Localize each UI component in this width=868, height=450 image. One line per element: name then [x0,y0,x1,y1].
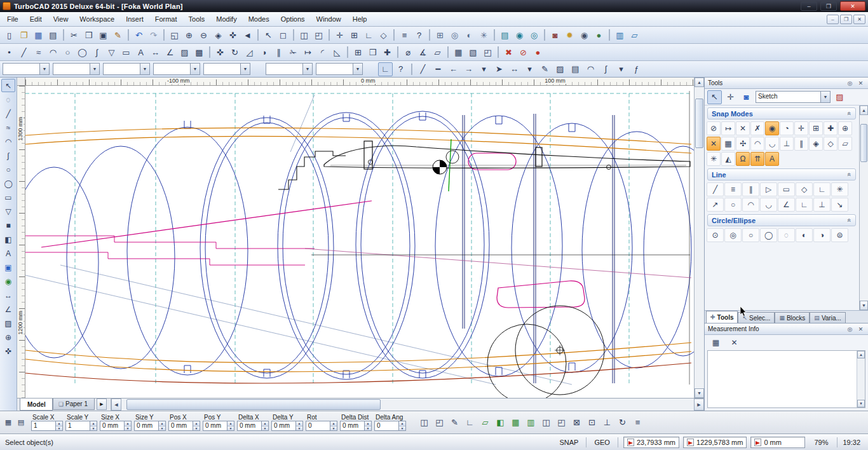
palette-tab-tools[interactable]: ✛Tools [706,311,738,323]
line-double-icon[interactable]: ∥ [742,182,759,196]
purge-icon[interactable]: ⊘ [516,45,531,59]
layer-combo[interactable]: ▼ [3,63,50,75]
circle-tangent-2-icon[interactable]: ◐ [796,228,813,242]
rectangle-icon[interactable]: ▭ [1,191,15,204]
spinner[interactable]: ▲▼ [55,421,62,430]
array-tool-icon[interactable]: ⊞ [351,45,365,59]
offset-tool-icon[interactable]: ∥ [271,45,286,59]
snap-perpendicular-icon[interactable]: ⊥ [780,137,794,151]
snap-quadrant-icon[interactable]: ◔ [780,121,794,135]
print-icon[interactable]: ▤ [46,28,60,42]
snap-center-icon[interactable]: ◉ [765,121,779,135]
create-block-icon[interactable]: ▧ [466,45,480,59]
fillet-tool-icon[interactable]: ◜ [315,45,330,59]
extend-tool-icon[interactable]: ↦ [301,45,315,59]
section-circle-ellipse[interactable]: Circle/Ellipse « [707,214,856,226]
scroll-down-icon[interactable]: ▼ [857,400,865,407]
lights-icon[interactable]: ✹ [562,28,577,42]
snap-parallel-icon[interactable]: ∥ [794,137,808,151]
polyline-tool-icon[interactable]: ≈ [31,45,46,59]
one-time-snap-icon[interactable]: Ω [736,152,750,166]
line-perp-point-icon[interactable]: ⊥ [813,198,831,212]
text-tool-icon[interactable]: A [133,45,148,59]
lock-icon[interactable]: ⊠ [569,416,584,430]
dropdown-arrow-icon[interactable]: ▾ [522,62,537,76]
doc-restore-button[interactable]: ❐ [840,15,852,24]
snap-temporary-icon[interactable]: ◈ [809,137,823,151]
snap-cross-icon[interactable]: ✕ [707,137,721,151]
line-tool-icon[interactable]: ╱ [17,45,31,59]
snap-ortho-icon[interactable]: ✚ [824,121,837,135]
snap-aperture-button-icon[interactable]: ∟ [378,62,393,76]
measure-area-icon[interactable]: ▱ [430,45,445,59]
palette-options-icon[interactable]: ▨ [832,90,847,104]
snap-toggle-icon[interactable]: ✛ [332,28,347,42]
make-group-icon[interactable]: ◫ [417,416,431,430]
circle-center-point-icon[interactable]: ⊙ [707,228,724,242]
zoom-level[interactable]: 79% [810,439,832,446]
layers-icon[interactable]: ▤ [498,28,512,42]
dropdown-arrow-icon[interactable]: ▾ [477,62,491,76]
text-icon[interactable]: A [1,247,15,260]
line-vector-icon[interactable]: ↘ [831,198,848,212]
vertical-scrollbar[interactable]: ▲ ▼ [694,78,704,398]
menu-insert[interactable]: Insert [120,13,149,25]
coord-y-box[interactable]: 1229,5783 mm [683,437,747,448]
dropdown-arrow-icon[interactable]: ▼ [820,92,830,102]
pan-hand-icon[interactable]: ✜ [1,344,15,358]
snap-divide-icon[interactable]: ✣ [736,137,750,151]
menu-tools[interactable]: Tools [183,13,211,25]
arrow-style-icon[interactable]: ➤ [492,62,506,76]
dropdown-arrow-icon[interactable]: ▼ [353,64,362,74]
select-3d-icon[interactable]: ◧ [493,416,508,430]
arc-tool-icon[interactable]: ◠ [46,45,60,59]
move-tool-icon[interactable]: ✜ [213,45,227,59]
menu-help[interactable]: Help [347,13,373,25]
arc-icon[interactable]: ◠ [1,135,15,148]
measurement-scrollbar[interactable]: ▲ ▼ [857,351,865,407]
spline-style-icon[interactable]: ∫ [599,62,613,76]
collapse-chevron-icon[interactable]: « [846,173,853,177]
explode-icon[interactable]: ✳ [477,28,491,42]
context-help-icon[interactable]: ? [412,28,426,42]
what-is-help-icon[interactable]: ? [393,62,408,76]
pen-edit-icon[interactable]: ✎ [447,416,462,430]
paste-icon[interactable]: ▣ [96,28,111,42]
palette-selector-icon[interactable]: ↖ [707,90,722,104]
spinner[interactable]: ▲▼ [90,421,97,430]
ortho-mode-icon[interactable]: ∟ [463,416,477,430]
hatch-tool-icon[interactable]: ▨ [177,45,192,59]
copy-entities-icon[interactable]: ❒ [365,45,380,59]
tab-paper1[interactable]: ❏Paper 1 [53,399,95,410]
layer-locked-icon[interactable]: ◎ [527,28,541,42]
line-axonometric-icon[interactable]: ✳ [831,182,848,196]
coord-x-box[interactable]: 23,7933 mm [623,437,679,448]
scale-tool-icon[interactable]: ◿ [242,45,257,59]
end-arrow-icon[interactable]: → [461,62,476,76]
select-2d-icon[interactable]: ▱ [478,416,492,430]
chamfer-tool-icon[interactable]: ◺ [330,45,344,59]
line-angle-icon[interactable]: ∠ [778,198,795,212]
menu-workspace[interactable]: Workspace [74,13,120,25]
horizontal-scrollbar[interactable]: ◀ ▶ [111,399,704,411]
render-icon[interactable]: ● [592,28,606,42]
circle-3point-icon[interactable]: ◯ [760,228,777,242]
pin-icon[interactable]: ◎ [846,79,854,87]
spinner[interactable]: ▲▼ [193,421,200,430]
render-globe-icon[interactable]: ◉ [1,275,15,288]
pin-icon[interactable]: ◎ [846,325,854,333]
hatch-icon[interactable]: ▨ [1,317,15,330]
coord-z-box[interactable]: 0 mm [750,437,805,448]
camera-icon[interactable]: ◉ [577,28,592,42]
inspector-fields-icon[interactable]: ▤ [15,417,27,428]
zoom-in-icon[interactable]: ⊕ [182,28,196,42]
cut-icon[interactable]: ✂ [67,28,81,42]
start-arrow-icon[interactable]: ← [446,62,461,76]
circle-tool-icon[interactable]: ○ [60,45,75,59]
line-tangent-2arcs-icon[interactable]: ◡ [760,198,777,212]
circle-tangent-line-icon[interactable]: ◌ [778,228,795,242]
menu-file[interactable]: File [1,13,24,25]
circle-icon[interactable]: ○ [1,163,15,176]
mirror-copy-icon[interactable]: ◐ [462,28,477,42]
model-canvas[interactable] [25,86,694,398]
